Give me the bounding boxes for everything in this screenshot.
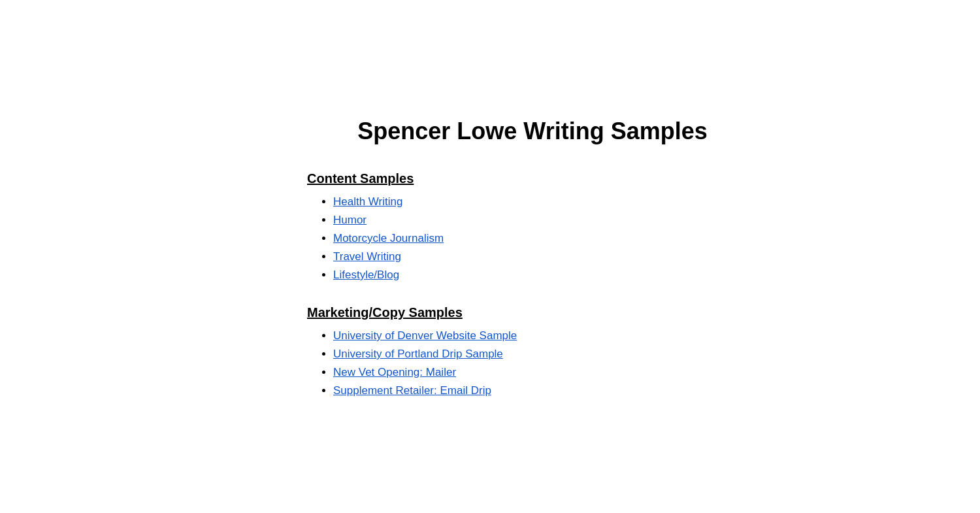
list-item: Motorcycle Journalism (333, 232, 758, 245)
list-item: Humor (333, 214, 758, 227)
list-item: Lifestyle/Blog (333, 269, 758, 282)
list-item: New Vet Opening: Mailer (333, 366, 758, 379)
marketing-copy-heading: Marketing/Copy Samples (307, 305, 758, 320)
list-item: University of Portland Drip Sample (333, 348, 758, 361)
health-writing-link[interactable]: Health Writing (333, 195, 402, 208)
list-item: Health Writing (333, 195, 758, 208)
content-samples-section: Content Samples Health Writing Humor Mot… (307, 171, 758, 282)
travel-writing-link[interactable]: Travel Writing (333, 250, 401, 263)
university-of-portland-link[interactable]: University of Portland Drip Sample (333, 348, 503, 360)
list-item: Supplement Retailer: Email Drip (333, 384, 758, 397)
page-container: Spencer Lowe Writing Samples Content Sam… (196, 0, 784, 447)
marketing-copy-section: Marketing/Copy Samples University of Den… (307, 305, 758, 397)
motorcycle-journalism-link[interactable]: Motorcycle Journalism (333, 232, 444, 244)
list-item: University of Denver Website Sample (333, 329, 758, 342)
list-item: Travel Writing (333, 250, 758, 263)
humor-link[interactable]: Humor (333, 214, 367, 226)
marketing-copy-list: University of Denver Website Sample Univ… (307, 329, 758, 397)
lifestyle-blog-link[interactable]: Lifestyle/Blog (333, 269, 399, 281)
page-title: Spencer Lowe Writing Samples (307, 118, 758, 145)
university-of-denver-link[interactable]: University of Denver Website Sample (333, 329, 517, 342)
content-samples-list: Health Writing Humor Motorcycle Journali… (307, 195, 758, 282)
content-samples-heading: Content Samples (307, 171, 758, 186)
supplement-retailer-link[interactable]: Supplement Retailer: Email Drip (333, 384, 491, 397)
new-vet-opening-link[interactable]: New Vet Opening: Mailer (333, 366, 456, 378)
